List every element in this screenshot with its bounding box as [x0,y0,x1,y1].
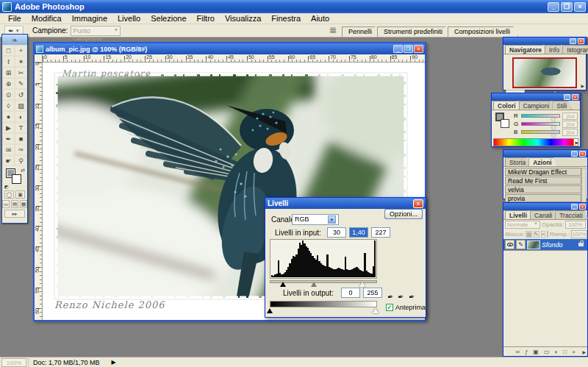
layers-tab[interactable]: Tracciati [555,210,588,219]
color-tab[interactable]: Stili [552,101,572,110]
palette-minimize-button[interactable]: _ [571,151,578,157]
shadow-slider-handle[interactable] [280,282,286,287]
menu-item[interactable]: Selezione [146,13,191,24]
swap-colors-icon[interactable]: ⇄ [21,168,25,174]
layers-tab[interactable]: Livelli [505,210,532,219]
color-spectrum-ramp[interactable] [493,138,578,146]
actions-tab[interactable]: Azioni [528,157,557,166]
palette-well-tab[interactable]: Composizioni livelli [448,26,518,37]
restore-button[interactable]: ❐ [561,2,573,12]
palette-menu-icon[interactable]: ▶ [581,83,584,88]
midtone-slider-handle[interactable] [311,282,317,287]
blend-mode-select[interactable]: Normale ▼ [505,221,540,229]
document-titlebar[interactable]: album_pic.jpg @ 100% (RGB/8#) _ ❐ × [35,43,425,54]
menu-item[interactable]: Filtro [192,13,220,24]
actions-titlebar[interactable]: _ × [503,150,587,157]
delete-layer-icon[interactable]: × [572,349,576,355]
input-highlight-field[interactable]: 227 [371,227,390,238]
blur-tool-icon[interactable]: ● [2,111,15,122]
navigator-titlebar[interactable]: _ × [503,38,586,45]
white-point-eyedropper-icon[interactable]: ✒ [408,292,415,301]
preview-checkbox[interactable]: ✓ [386,304,393,311]
levels-close-button[interactable]: × [413,199,423,208]
path-selection-tool-icon[interactable]: ▶ [2,122,15,133]
brush-tool-icon[interactable]: ✎ [15,78,27,89]
black-point-eyedropper-icon[interactable]: ✒ [387,292,394,301]
palette-close-button[interactable]: × [579,151,586,157]
type-tool-icon[interactable]: T [15,122,27,133]
opacity-field[interactable]: 100% [565,221,586,229]
palette-menu-icon[interactable]: ▶ [575,140,578,145]
highlight-slider-handle[interactable] [359,282,365,287]
new-layer-icon[interactable]: □ [563,349,567,355]
output-highlight-field[interactable]: 255 [363,288,382,298]
notes-tool-icon[interactable]: ✉ [2,144,15,155]
layer-group-icon[interactable]: ▭ [544,349,550,355]
zoom-tool-icon[interactable]: ⚲ [15,155,27,166]
move-tool-icon[interactable]: + [15,45,27,56]
palette-minimize-button[interactable]: _ [564,94,570,100]
action-item[interactable]: provia [505,194,581,202]
default-colors-icon[interactable]: ◩ [4,184,9,189]
lock-position-icon[interactable]: + [541,231,545,238]
adjustment-layer-icon[interactable]: ◐ [554,349,558,355]
lock-transparency-icon[interactable]: ▨ [526,231,532,238]
input-shadow-field[interactable]: 30 [327,227,346,238]
imageready-button[interactable]: ▸▸ [4,210,25,218]
output-highlight-handle[interactable] [373,308,379,313]
screen-mode-button[interactable]: ▦ [20,200,27,208]
sample-select[interactable]: Punto campione ▼ [71,26,121,36]
channel-value-field[interactable]: 204 [562,129,578,136]
layer-visibility-toggle[interactable] [505,240,514,249]
status-menu-arrow-icon[interactable]: ▶ [112,359,116,366]
layers-tab[interactable]: Canali [530,210,557,219]
navigator-tab[interactable]: Navigatore [505,45,547,54]
input-gamma-field[interactable]: 1,40 [349,227,368,238]
clone-stamp-tool-icon[interactable]: ⊙ [2,89,15,100]
tool-presets-icon[interactable]: ▦ [328,26,338,35]
screen-mode-button[interactable]: ▭ [2,200,10,208]
navigator-tab[interactable]: Info [545,45,564,54]
actions-tab[interactable]: Storia [505,157,531,166]
healing-brush-tool-icon[interactable]: ⊕ [2,78,15,89]
doc-close-button[interactable]: × [414,45,423,53]
minimize-button[interactable]: _ [548,2,559,12]
palette-close-button[interactable]: × [572,94,578,100]
gray-point-eyedropper-icon[interactable]: ✒ [397,292,404,301]
color-tab[interactable]: Campioni [519,101,555,110]
magic-wand-tool-icon[interactable]: ✶ [15,56,27,67]
action-item[interactable]: MikeW Dragan Effect [505,168,581,176]
output-shadow-handle[interactable] [267,308,273,313]
palette-close-button[interactable]: × [579,204,586,210]
palette-well-tab[interactable]: Strumenti predefiniti [377,26,451,37]
channel-gradient-slider[interactable] [521,130,561,134]
dodge-tool-icon[interactable]: ◐ [15,111,27,122]
menu-item[interactable]: Immagine [67,13,112,24]
menu-item[interactable]: Modifica [26,13,67,24]
levels-dialog-titlebar[interactable]: Livelli × [265,198,426,209]
background-color-swatch[interactable] [501,119,509,128]
layer-style-icon[interactable]: ƒ [525,349,528,355]
slice-tool-icon[interactable]: ✂ [15,67,27,78]
layers-titlebar[interactable]: _ × [503,203,587,210]
color-tab[interactable]: Colori [493,101,521,110]
navigator-tab[interactable]: Istogramma [562,45,588,54]
eyedropper-tool-icon[interactable]: ✑ [15,144,27,155]
output-shadow-field[interactable]: 0 [341,288,360,298]
channel-gradient-slider[interactable] [521,122,561,126]
opzioni-button[interactable]: Opzioni... [384,209,423,219]
menu-item[interactable]: File [3,13,26,24]
mask-mode-button[interactable]: ◯ [4,190,14,199]
actions-scrollbar[interactable] [581,168,587,203]
palette-close-button[interactable]: × [578,38,584,44]
menu-item[interactable]: Aiuto [306,13,334,24]
color-titlebar[interactable]: _ × [492,93,580,101]
lasso-tool-icon[interactable]: ℓ [2,56,15,67]
gradient-tool-icon[interactable]: ▨ [15,100,27,111]
history-brush-tool-icon[interactable]: ↺ [15,89,27,100]
layer-mask-icon[interactable]: ▣ [533,349,539,355]
menu-item[interactable]: Finestra [266,13,306,24]
menu-item[interactable]: Visualizza [220,13,266,24]
menu-item[interactable]: Livello [112,13,146,24]
mask-mode-button[interactable]: ▣ [15,190,25,199]
